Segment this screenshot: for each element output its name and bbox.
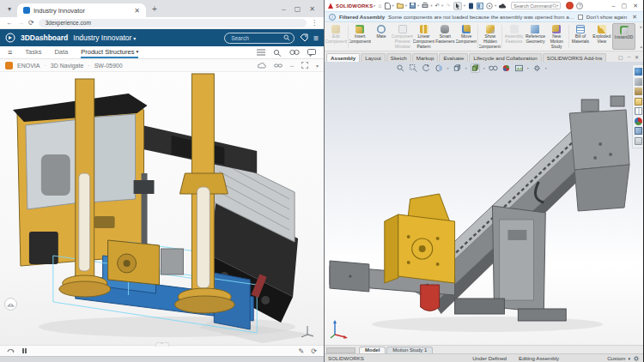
tab-sketch[interactable]: Sketch bbox=[386, 53, 411, 62]
compass-icon[interactable] bbox=[5, 33, 15, 43]
redo-icon[interactable]: ↷ bbox=[446, 3, 450, 9]
lifecycle-panel-icon[interactable] bbox=[477, 3, 483, 9]
section-view-icon[interactable] bbox=[434, 63, 444, 73]
ribbon-linear-component-pattern[interactable]: Linear Component Pattern bbox=[413, 23, 434, 50]
user-avatar[interactable] bbox=[566, 2, 574, 9]
cloud-icon[interactable] bbox=[258, 63, 266, 69]
tab-lifecycle-collaboration[interactable]: Lifecycle and Collaboration bbox=[469, 53, 541, 62]
appearances-pane-icon[interactable] bbox=[635, 118, 642, 125]
hamburger-menu-icon[interactable]: ≡ bbox=[313, 33, 319, 43]
forward-icon[interactable]: → bbox=[17, 19, 24, 27]
ribbon-insert-components[interactable]: Insert Components bbox=[349, 23, 371, 50]
sw-command-search[interactable]: ▾ bbox=[511, 2, 561, 9]
ribbon-instant3d[interactable]: Instant3D bbox=[612, 23, 635, 50]
home-icon[interactable]: ⌂ bbox=[379, 3, 382, 9]
minimize-icon[interactable]: – bbox=[282, 5, 285, 13]
units-gear-icon[interactable] bbox=[633, 355, 640, 362]
sw-graphics-area[interactable]: ▾ ▾ ▾ ▾ ▾ bbox=[325, 62, 643, 345]
ribbon-new-motion-study[interactable]: New Motion Study bbox=[546, 23, 568, 50]
dashboard-name[interactable]: Industry Innovator ▾ bbox=[73, 33, 136, 42]
ribbon-exploded-view[interactable]: Exploded View bbox=[591, 23, 612, 50]
tab-model[interactable]: Model bbox=[359, 347, 386, 353]
design-library-icon[interactable] bbox=[635, 87, 642, 95]
pane-splitter[interactable] bbox=[326, 347, 355, 353]
ribbon-assembly-features[interactable]: Assembly Features bbox=[503, 23, 525, 50]
open-file-icon[interactable] bbox=[397, 3, 404, 9]
reset-view-icon[interactable]: ⟳ bbox=[311, 347, 317, 355]
new-file-icon[interactable] bbox=[385, 3, 391, 9]
select-cursor-icon[interactable] bbox=[453, 2, 462, 10]
3dexperience-icon[interactable] bbox=[468, 3, 474, 9]
file-explorer-icon[interactable] bbox=[635, 98, 642, 106]
tab-evaluate[interactable]: Evaluate bbox=[439, 53, 468, 62]
nav-hamburger-icon[interactable]: ≡ bbox=[8, 48, 12, 57]
forum-pane-icon[interactable] bbox=[635, 137, 642, 145]
tab-search-button[interactable]: ▾ bbox=[3, 3, 15, 15]
status-configuration[interactable]: Custom bbox=[607, 355, 625, 361]
ribbon-mate[interactable]: Mate bbox=[371, 23, 392, 50]
ribbon-reference-geometry[interactable]: Reference Geometry bbox=[525, 23, 546, 50]
chevron-down-icon[interactable]: ▾ bbox=[316, 63, 319, 69]
enovia-3d-viewer[interactable] bbox=[0, 72, 324, 345]
save-icon[interactable] bbox=[410, 3, 416, 9]
list-view-icon[interactable] bbox=[257, 49, 265, 57]
browser-tab[interactable]: Industry Innovator ✕ bbox=[17, 3, 146, 17]
tab-tasks[interactable]: Tasks bbox=[25, 46, 41, 58]
turntable-play-icon[interactable] bbox=[7, 347, 15, 354]
tab-markup[interactable]: Markup bbox=[412, 53, 439, 62]
visibility-toggle-icon[interactable] bbox=[289, 49, 300, 56]
view-settings-icon[interactable] bbox=[532, 63, 542, 73]
close-icon[interactable]: ✕ bbox=[633, 3, 638, 9]
header-search[interactable] bbox=[224, 33, 295, 44]
link-icon[interactable] bbox=[274, 63, 283, 69]
ribbon-bill-of-materials[interactable]: Bill of Materials bbox=[570, 23, 592, 50]
zoom-fit-icon[interactable] bbox=[396, 63, 405, 73]
print-icon[interactable] bbox=[422, 3, 428, 9]
dont-show-again-checkbox[interactable] bbox=[578, 15, 583, 20]
user-options-icon[interactable] bbox=[486, 3, 493, 9]
tab-motion-study[interactable]: Motion Study 1 bbox=[386, 347, 433, 353]
view-orientation-icon[interactable] bbox=[453, 63, 462, 73]
chevron-down-icon[interactable]: ▾ bbox=[628, 356, 630, 361]
panel-handle[interactable]: ⌃ bbox=[155, 342, 169, 347]
markup-pen-icon[interactable]: ✎ bbox=[299, 347, 305, 355]
tab-product-structures[interactable]: Product Structures ▾ bbox=[81, 46, 138, 58]
doc-minimize-icon[interactable]: – bbox=[628, 54, 630, 60]
notice-close-icon[interactable]: ✕ bbox=[630, 14, 639, 21]
tab-layout[interactable]: Layout bbox=[361, 53, 386, 62]
ribbon-move-component[interactable]: Move Component bbox=[456, 23, 477, 50]
help-icon[interactable]: ? bbox=[576, 3, 583, 9]
zoom-area-icon[interactable] bbox=[409, 63, 418, 73]
search-icon[interactable] bbox=[283, 34, 290, 41]
tab-data[interactable]: Data bbox=[54, 46, 68, 58]
pause-icon[interactable] bbox=[22, 348, 27, 353]
back-icon[interactable]: ← bbox=[6, 19, 13, 27]
3dexperience-pane-icon[interactable] bbox=[635, 68, 642, 75]
maximize-icon[interactable]: ▢ bbox=[295, 5, 301, 13]
resources-pane-icon[interactable] bbox=[635, 78, 642, 86]
display-style-icon[interactable] bbox=[471, 63, 480, 73]
ribbon-collapse-arrows[interactable]: ▸▴ bbox=[640, 24, 642, 49]
ribbon-edit-component[interactable]: Edit Component bbox=[325, 23, 347, 50]
minimize-widget-icon[interactable]: – bbox=[290, 62, 294, 69]
browser-menu-icon[interactable]: ⋮ bbox=[311, 19, 318, 27]
person-search-icon[interactable] bbox=[273, 49, 282, 57]
tab-solidworks-addins[interactable]: SOLIDWORKS Add-Ins bbox=[543, 53, 607, 62]
hide-show-items-icon[interactable] bbox=[489, 63, 498, 73]
minimize-icon[interactable]: – bbox=[612, 3, 616, 9]
custom-properties-icon[interactable] bbox=[635, 127, 642, 135]
new-tab-button[interactable]: + bbox=[149, 3, 161, 15]
restore-icon[interactable]: ▢ bbox=[622, 3, 628, 9]
url-field[interactable]: 3dexperience.com bbox=[39, 19, 307, 27]
search-input[interactable] bbox=[231, 35, 283, 41]
doc-restore-icon[interactable]: ▢ bbox=[618, 54, 623, 60]
previous-view-icon[interactable] bbox=[422, 63, 431, 73]
ground-toggle-icon[interactable] bbox=[4, 298, 17, 311]
edit-appearance-icon[interactable] bbox=[501, 63, 511, 73]
tag-icon[interactable] bbox=[300, 33, 308, 42]
undo-icon[interactable]: ↶ bbox=[435, 3, 440, 9]
ribbon-show-hidden-components[interactable]: Show Hidden Components bbox=[479, 23, 501, 50]
apply-scene-icon[interactable] bbox=[514, 63, 524, 73]
ribbon-component-preview-window[interactable]: Component Preview Window bbox=[392, 23, 413, 50]
cloud-services-icon[interactable] bbox=[499, 3, 507, 9]
